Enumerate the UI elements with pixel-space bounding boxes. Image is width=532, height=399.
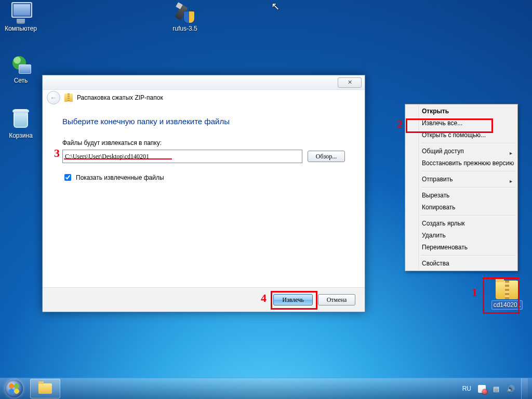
- ctx-open-with[interactable]: Открыть с помощью...: [406, 129, 516, 141]
- ctx-extract-all[interactable]: Извлечь все...: [406, 117, 516, 129]
- ctx-copy[interactable]: Копировать: [406, 202, 516, 214]
- ctx-sep: [421, 215, 515, 216]
- desktop-icon-computer[interactable]: Компьютер: [0, 2, 42, 33]
- action-center-icon[interactable]: [477, 384, 486, 393]
- dialog-titlebar[interactable]: ✕: [43, 75, 365, 90]
- show-files-checkbox[interactable]: [64, 174, 71, 181]
- ctx-sep: [421, 143, 515, 144]
- show-files-checkbox-row[interactable]: Показать извлеченные файлы: [62, 172, 345, 182]
- destination-input[interactable]: [62, 150, 302, 163]
- mouse-cursor-icon: ↖: [271, 0, 280, 12]
- taskbar: RU ▤ 🔊: [0, 378, 532, 399]
- volume-icon[interactable]: 🔊: [507, 384, 515, 393]
- explorer-icon: [38, 383, 52, 394]
- cancel-button[interactable]: Отмена: [318, 294, 355, 305]
- back-arrow-icon: ←: [50, 94, 57, 102]
- flag-icon: [478, 385, 486, 393]
- ctx-sep: [421, 171, 515, 172]
- desktop-icon-network[interactable]: Сеть: [0, 54, 42, 85]
- language-indicator[interactable]: RU: [462, 385, 471, 392]
- ctx-sep: [421, 255, 515, 256]
- ctx-open[interactable]: Открыть: [406, 105, 516, 117]
- ctx-sep: [421, 187, 515, 188]
- destination-label: Файлы будут извлекаться в папку:: [62, 139, 345, 147]
- dialog-header: ← Распаковка сжатых ZIP-папок: [43, 90, 365, 105]
- dialog-footer: Извлечь Отмена: [43, 287, 365, 312]
- browse-button[interactable]: Обзор...: [308, 151, 345, 162]
- computer-icon: [9, 2, 32, 23]
- close-icon: ✕: [348, 79, 352, 85]
- ctx-cut[interactable]: Вырезать: [406, 190, 516, 202]
- rufus-label: rufus-3.5: [171, 24, 198, 33]
- usb-icon: [174, 2, 196, 23]
- zip-label: cd140201: [492, 301, 523, 309]
- ctx-send-to[interactable]: Отправить: [406, 174, 516, 185]
- wizard-crumb: Распаковка сжатых ZIP-папок: [77, 94, 163, 101]
- recycle-bin-label: Корзина: [7, 131, 34, 140]
- system-tray: RU ▤ 🔊: [462, 378, 532, 399]
- close-button[interactable]: ✕: [338, 77, 362, 88]
- ctx-properties[interactable]: Свойства: [406, 258, 516, 270]
- network-tray-icon[interactable]: ▤: [492, 384, 500, 393]
- taskbar-item-explorer[interactable]: [30, 379, 60, 398]
- desktop-icon-rufus[interactable]: rufus-3.5: [164, 2, 206, 33]
- extract-button[interactable]: Извлечь: [273, 294, 313, 305]
- ctx-share[interactable]: Общий доступ: [406, 145, 516, 157]
- network-label: Сеть: [12, 76, 30, 85]
- desktop-icon-recycle-bin[interactable]: Корзина: [0, 108, 42, 140]
- zip-small-icon: [64, 94, 73, 102]
- context-menu: Открыть Извлечь все... Открыть с помощью…: [405, 104, 518, 271]
- ctx-rename[interactable]: Переименовать: [406, 242, 516, 254]
- ctx-shortcut[interactable]: Создать ярлык: [406, 218, 516, 230]
- network-icon: [9, 54, 32, 75]
- show-desktop-button[interactable]: [521, 378, 528, 399]
- computer-label: Компьютер: [3, 24, 38, 33]
- wizard-heading: Выберите конечную папку и извлеките файл…: [62, 117, 345, 126]
- recycle-bin-icon: [10, 108, 31, 130]
- uac-shield-icon: [184, 11, 194, 23]
- extract-wizard-dialog: ✕ ← Распаковка сжатых ZIP-папок Выберите…: [42, 75, 365, 312]
- ctx-restore[interactable]: Восстановить прежнюю версию: [406, 157, 516, 169]
- annotation-number-2: 2: [397, 118, 403, 130]
- back-button[interactable]: ←: [47, 91, 60, 104]
- zip-folder-icon: [496, 281, 518, 299]
- ctx-delete[interactable]: Удалить: [406, 230, 516, 242]
- windows-orb-icon: [5, 380, 23, 397]
- annotation-number-1: 1: [472, 287, 477, 298]
- desktop-icon-zip[interactable]: cd140201: [486, 281, 528, 309]
- show-files-label: Показать извлеченные файлы: [76, 174, 164, 181]
- start-button[interactable]: [0, 378, 28, 399]
